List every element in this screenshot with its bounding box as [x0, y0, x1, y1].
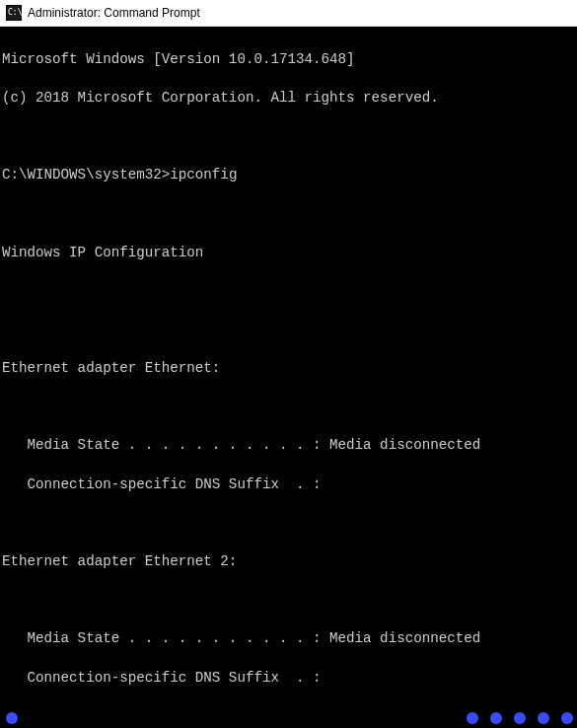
svg-text:C:\: C:\: [8, 8, 22, 17]
adapter-row: Media State . . . . . . . . . . . : Medi…: [2, 436, 577, 456]
command-text: ipconfig: [170, 167, 237, 182]
version-line: Microsoft Windows [Version 10.0.17134.64…: [2, 50, 577, 70]
decorative-dot: [514, 712, 526, 724]
section-title: Windows IP Configuration: [2, 244, 577, 263]
adapter-name: Ethernet adapter Ethernet 2:: [2, 552, 577, 572]
prompt-path: C:\WINDOWS\system32>: [2, 167, 170, 182]
prompt-line: C:\WINDOWS\system32>ipconfig: [2, 166, 577, 185]
blank-line: [2, 321, 577, 340]
titlebar[interactable]: C:\ Administrator: Command Prompt: [0, 0, 577, 27]
adapter-row: Connection-specific DNS Suffix . :: [2, 475, 577, 495]
adapter-row: Media State . . . . . . . . . . . : Medi…: [2, 629, 577, 649]
blank-line: [2, 282, 577, 302]
adapter-name: Ethernet adapter Ethernet:: [2, 359, 577, 379]
decorative-dot: [561, 712, 573, 724]
decorative-dot: [467, 712, 478, 724]
blank-line: [2, 398, 577, 417]
blank-line: [2, 127, 577, 147]
decorative-dots: [467, 712, 573, 724]
blank-line: [2, 514, 577, 534]
blank-line: [2, 204, 577, 224]
copyright-line: (c) 2018 Microsoft Corporation. All righ…: [2, 89, 577, 109]
terminal-output[interactable]: Microsoft Windows [Version 10.0.17134.64…: [0, 27, 577, 728]
adapter-row: Connection-specific DNS Suffix . :: [2, 669, 577, 689]
blank-line: [2, 591, 577, 611]
titlebar-title: Administrator: Command Prompt: [28, 6, 200, 20]
decorative-dot: [490, 712, 502, 724]
decorative-dot: [538, 712, 549, 724]
decorative-dot: [6, 712, 18, 724]
cmd-icon: C:\: [6, 5, 22, 21]
